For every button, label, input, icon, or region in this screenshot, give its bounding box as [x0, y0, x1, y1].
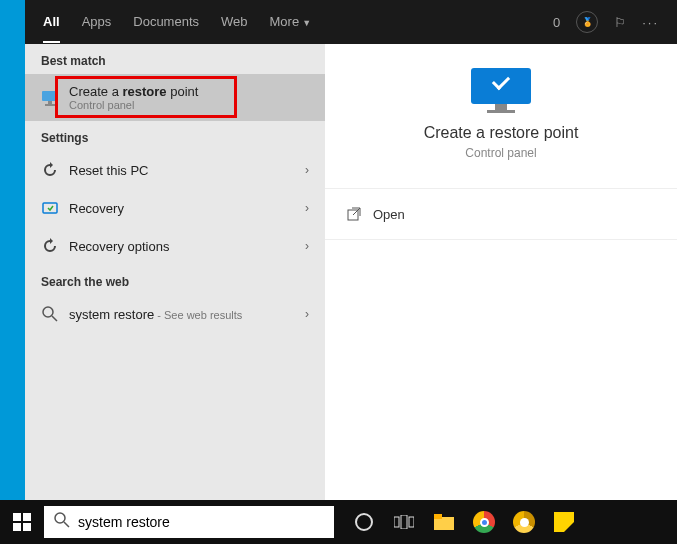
svg-rect-13	[394, 517, 399, 527]
open-icon	[345, 205, 363, 223]
filter-tabs: All Apps Documents Web More▼	[43, 2, 311, 43]
preview-panel: Create a restore point Control panel Ope…	[325, 44, 677, 500]
svg-rect-8	[23, 513, 31, 521]
section-best-match: Best match	[25, 44, 325, 74]
result-web[interactable]: system restore - See web results ›	[25, 295, 325, 333]
monitor-icon	[41, 89, 59, 107]
tab-web[interactable]: Web	[221, 2, 248, 43]
result-restore-point[interactable]: Create a restore point Control panel	[25, 74, 325, 121]
more-icon[interactable]: ···	[642, 15, 659, 30]
result-subtitle: Control panel	[69, 99, 309, 111]
search-icon	[54, 512, 70, 532]
svg-rect-17	[434, 514, 442, 519]
svg-line-5	[52, 316, 57, 321]
result-title: Create a restore point	[69, 84, 309, 99]
monitor-icon	[471, 68, 531, 112]
taskbar-search[interactable]	[44, 506, 334, 538]
tab-all[interactable]: All	[43, 2, 60, 43]
svg-rect-15	[409, 517, 414, 527]
explorer-icon[interactable]	[424, 500, 464, 544]
chevron-right-icon: ›	[305, 201, 309, 215]
svg-rect-0	[42, 91, 58, 101]
search-input[interactable]	[78, 514, 324, 530]
rewards-icon[interactable]: 🏅	[576, 11, 598, 33]
svg-point-4	[43, 307, 53, 317]
svg-rect-9	[13, 523, 21, 531]
svg-point-11	[55, 513, 65, 523]
section-settings: Settings	[25, 121, 325, 151]
result-recovery-options[interactable]: Recovery options ›	[25, 227, 325, 265]
svg-rect-2	[45, 104, 55, 106]
svg-rect-10	[23, 523, 31, 531]
results-panel: Best match Create a restore point Contro…	[25, 44, 325, 500]
cortana-icon[interactable]	[344, 500, 384, 544]
svg-rect-1	[48, 101, 52, 104]
section-web: Search the web	[25, 265, 325, 295]
svg-rect-7	[13, 513, 21, 521]
tab-more[interactable]: More▼	[270, 2, 312, 43]
recent-count: 0	[553, 15, 560, 30]
chrome-canary-icon[interactable]	[504, 500, 544, 544]
refresh-icon	[41, 237, 59, 255]
tab-documents[interactable]: Documents	[133, 2, 199, 43]
chevron-down-icon: ▼	[302, 18, 311, 28]
preview-title: Create a restore point	[325, 124, 677, 142]
start-button[interactable]	[0, 500, 44, 544]
tab-apps[interactable]: Apps	[82, 2, 112, 43]
search-icon	[41, 305, 59, 323]
taskbar	[0, 500, 677, 544]
preview-subtitle: Control panel	[325, 146, 677, 160]
chevron-right-icon: ›	[305, 163, 309, 177]
svg-line-12	[64, 522, 69, 527]
result-reset-pc[interactable]: Reset this PC ›	[25, 151, 325, 189]
svg-rect-14	[401, 515, 407, 529]
chevron-right-icon: ›	[305, 239, 309, 253]
accent-bar	[0, 0, 25, 500]
open-action[interactable]: Open	[325, 188, 677, 240]
sticky-notes-icon[interactable]	[544, 500, 584, 544]
feedback-icon[interactable]: ⚐	[614, 15, 626, 30]
result-recovery[interactable]: Recovery ›	[25, 189, 325, 227]
recovery-icon	[41, 199, 59, 217]
svg-rect-3	[43, 203, 57, 213]
taskview-icon[interactable]	[384, 500, 424, 544]
chevron-right-icon: ›	[305, 307, 309, 321]
top-bar: All Apps Documents Web More▼ 0 🏅 ⚐ ···	[25, 0, 677, 44]
refresh-icon	[41, 161, 59, 179]
chrome-icon[interactable]	[464, 500, 504, 544]
